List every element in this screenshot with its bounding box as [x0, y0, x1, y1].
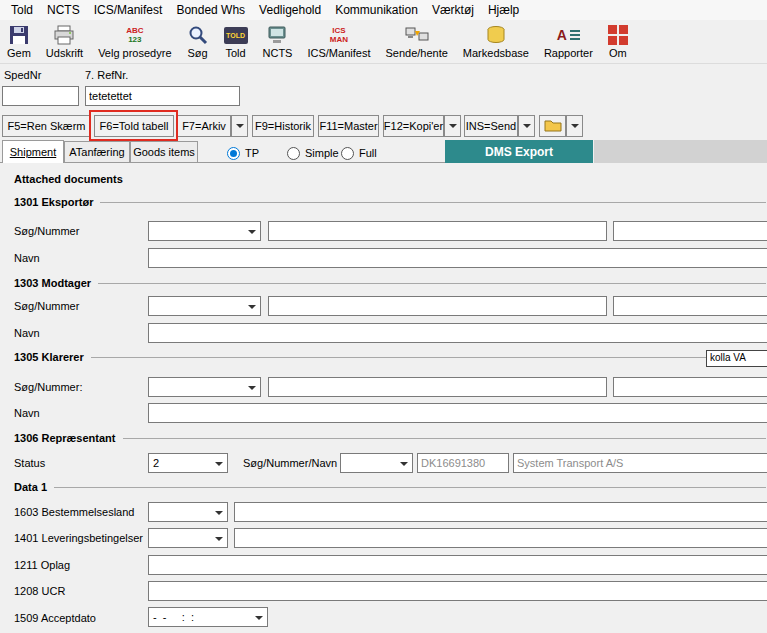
modtager-sog-combo[interactable]	[148, 296, 261, 316]
f11-master-button[interactable]: F11=Master	[318, 115, 379, 137]
eksportor-sog-combo[interactable]	[148, 221, 261, 241]
acceptdato-combo[interactable]: - - : :	[148, 607, 268, 627]
chevron-down-icon	[248, 230, 256, 234]
klarerer-sog-combo[interactable]	[148, 377, 261, 397]
repraesentant-id-input[interactable]	[417, 453, 509, 473]
f5-ren-skaerm-button[interactable]: F5=Ren Skærm	[2, 115, 91, 137]
menu-told[interactable]: Told	[4, 0, 40, 20]
tab-atanfaering[interactable]: ATanfæring	[64, 141, 130, 163]
toolbar-rapporter-button[interactable]: A Rapporter	[541, 22, 596, 62]
tab-shipment[interactable]: Shipment	[2, 140, 64, 163]
customs-icon: TOLD	[224, 23, 248, 47]
menu-vaerktoj[interactable]: Værktøj	[425, 0, 481, 20]
toolbar-markedsbase-button[interactable]: Markedsbase	[460, 22, 532, 62]
klarerer-number-input[interactable]	[268, 377, 607, 397]
radio-circle-icon	[287, 147, 300, 160]
chevron-down-icon	[215, 462, 223, 466]
menu-ics-manifest[interactable]: ICS/Manifest	[87, 0, 170, 20]
modtager-number-input[interactable]	[268, 296, 607, 316]
status-combo[interactable]: 2	[148, 453, 228, 473]
menu-kommunikation[interactable]: Kommunikation	[328, 0, 425, 20]
toolbar-udskrift-button[interactable]: Udskrift	[43, 22, 86, 62]
leveringsbetingelser-combo[interactable]	[148, 528, 228, 548]
toolbar-sende-hente-button[interactable]: Sende/hente	[382, 22, 450, 62]
toolbar-om-button[interactable]: Om	[605, 22, 631, 62]
search-icon	[187, 23, 209, 47]
folder-button[interactable]	[539, 115, 566, 137]
sog-nummer-navn-label: Søg/Nummer/Navn	[243, 456, 337, 470]
f7-arkiv-button[interactable]: F7=Arkiv	[177, 115, 231, 137]
f9-historik-button[interactable]: F9=Historik	[252, 115, 314, 137]
toolbar-ics-manifest-button[interactable]: ICSMAN ICS/Manifest	[304, 22, 373, 62]
main-toolbar: Gem Udskrift ABC123 Velg prosedyre Søg T…	[0, 20, 767, 64]
radio-circle-icon	[227, 147, 240, 160]
repraesentant-sog-combo[interactable]	[340, 453, 413, 473]
toolbar-label: Søg	[187, 47, 207, 60]
spednr-input[interactable]	[2, 86, 79, 106]
dms-export-button[interactable]: DMS Export	[445, 140, 593, 163]
chevron-down-icon	[248, 386, 256, 390]
bestemmelsesland-input[interactable]	[234, 502, 767, 522]
chevron-down-icon	[215, 511, 223, 515]
section-1303-header: 1303 Modtager	[14, 277, 766, 289]
toolbar-label: Gem	[7, 47, 31, 60]
leveringsbetingelser-input[interactable]	[234, 528, 767, 548]
toolbar-label: Markedsbase	[463, 47, 529, 60]
section-1305-title: 1305 Klarerer	[14, 351, 84, 363]
oplag-input[interactable]	[148, 555, 767, 575]
bestemmelsesland-combo[interactable]	[148, 502, 228, 522]
status-label: Status	[14, 456, 45, 470]
folder-dropdown-button[interactable]	[566, 115, 583, 137]
chevron-down-icon	[255, 616, 263, 620]
modtager-navn-input[interactable]	[148, 323, 767, 343]
radio-full[interactable]: Full	[341, 146, 377, 160]
ucr-input[interactable]	[148, 581, 767, 601]
toolbar-told-button[interactable]: TOLD Told	[221, 22, 251, 62]
menu-vedligehold[interactable]: Vedligehold	[252, 0, 328, 20]
klarerer-navn-input[interactable]	[148, 403, 767, 423]
folder-icon	[544, 118, 562, 134]
spednr-label: SpedNr	[4, 68, 41, 82]
eksportor-navn-input[interactable]	[148, 248, 767, 268]
ucr-label: 1208 UCR	[14, 584, 65, 598]
app-window: Told NCTS ICS/Manifest Bonded Whs Vedlig…	[0, 0, 767, 633]
toolbar-gem-button[interactable]: Gem	[4, 22, 34, 62]
modtager-sog-label: Søg/Nummer	[14, 299, 79, 313]
tab-strip: Shipment ATanfæring Goods items	[0, 140, 445, 163]
f12-dropdown-button[interactable]	[444, 115, 461, 137]
kolla-note-label: kolla VA	[706, 350, 767, 367]
radio-label: Full	[359, 147, 377, 159]
ics-manifest-icon: ICSMAN	[330, 23, 348, 47]
ins-dropdown-button[interactable]	[518, 115, 535, 137]
modtager-extra-input[interactable]	[613, 296, 767, 316]
section-1301-header: 1301 Eksportør	[14, 196, 766, 208]
toolbar-label: Told	[225, 47, 245, 60]
chevron-down-icon	[236, 124, 244, 128]
toolbar-sog-button[interactable]: Søg	[184, 22, 212, 62]
klarerer-extra-input[interactable]	[613, 377, 767, 397]
market-database-icon	[485, 23, 507, 47]
section-data1-header: Data 1	[14, 481, 766, 493]
toolbar-ncts-button[interactable]: NCTS	[260, 22, 296, 62]
eksportor-extra-input[interactable]	[613, 221, 767, 241]
menu-ncts[interactable]: NCTS	[40, 0, 87, 20]
section-1306-title: 1306 Repræsentant	[14, 432, 116, 444]
repraesentant-name-input[interactable]	[513, 453, 767, 473]
chevron-down-icon	[215, 537, 223, 541]
bestemmelsesland-label: 1603 Bestemmelsesland	[14, 505, 134, 519]
refnr-input[interactable]	[85, 86, 240, 106]
menu-bar: Told NCTS ICS/Manifest Bonded Whs Vedlig…	[0, 0, 767, 20]
ins-send-button[interactable]: INS=Send	[464, 115, 518, 137]
section-1306-header: 1306 Repræsentant	[14, 432, 766, 444]
leveringsbetingelser-label: 1401 Leveringsbetingelser	[14, 531, 143, 545]
f12-kopier-button[interactable]: F12=Kopi'er	[383, 115, 444, 137]
toolbar-velg-prosedyre-button[interactable]: ABC123 Velg prosedyre	[95, 22, 174, 62]
eksportor-number-input[interactable]	[268, 221, 607, 241]
radio-simple[interactable]: Simple	[287, 146, 339, 160]
tab-goods-items[interactable]: Goods items	[130, 141, 198, 163]
f7-dropdown-button[interactable]	[231, 115, 248, 137]
menu-bonded-whs[interactable]: Bonded Whs	[169, 0, 252, 20]
f6-told-tabell-button[interactable]: F6=Told tabell	[94, 115, 174, 137]
radio-tp[interactable]: TP	[227, 146, 259, 160]
menu-hjaelp[interactable]: Hjælp	[481, 0, 526, 20]
